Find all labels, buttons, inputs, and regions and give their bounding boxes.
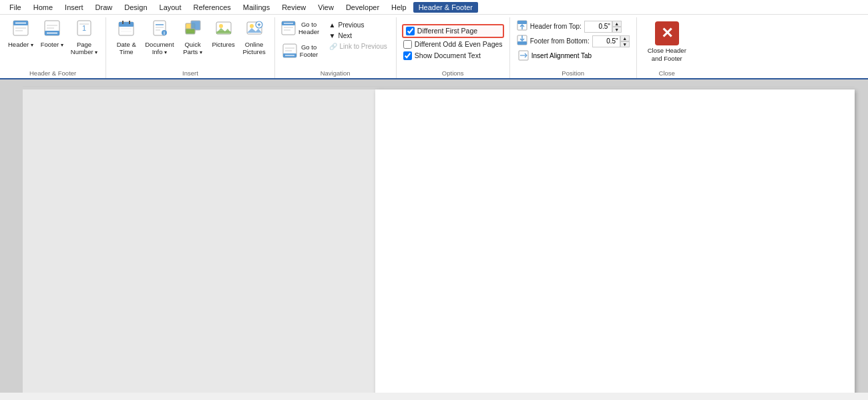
footer-from-bottom-row: Footer from Bottom: ▲ ▼ [517, 35, 630, 47]
header-footer-buttons: Header ▾ Footer ▾ 1 PageNumber ▾ [5, 17, 100, 67]
footer-icon [43, 19, 61, 39]
menu-design[interactable]: Design [119, 2, 152, 13]
menu-layout[interactable]: Layout [154, 2, 187, 13]
options-group-label: Options [402, 67, 504, 78]
svg-rect-30 [216, 31, 231, 34]
different-odd-even-checkbox[interactable] [403, 40, 412, 49]
document-scroll[interactable] [9, 79, 868, 393]
different-first-page-row[interactable]: Different First Page [402, 24, 504, 38]
header-from-top-label: Header from Top: [530, 23, 582, 30]
go-to-footer-icon [282, 43, 297, 58]
document-area [0, 79, 868, 393]
menu-home[interactable]: Home [28, 2, 58, 13]
header-from-top-input[interactable] [584, 21, 612, 33]
header-from-top-up[interactable]: ▲ [612, 21, 622, 27]
online-pictures-button[interactable]: OnlinePictures [240, 17, 269, 63]
group-close: ✕ Close Headerand Footer Close [637, 17, 697, 78]
close-group-label: Close [642, 67, 692, 78]
menu-references[interactable]: References [188, 2, 236, 13]
go-to-header-button[interactable]: Go toHeader [280, 17, 320, 39]
group-header-footer: Header ▾ Footer ▾ 1 PageNumber ▾ Header … [0, 17, 106, 78]
menu-mailings[interactable]: Mailings [238, 2, 275, 13]
footer-button[interactable]: Footer ▾ [37, 17, 67, 63]
previous-icon: ▲ [329, 21, 336, 29]
page-number-label: PageNumber ▾ [71, 41, 97, 56]
group-insert: Date &Time i DocumentInfo ▾ QuickParts ▾ [106, 17, 274, 78]
go-to-footer-button[interactable]: Go toFooter [280, 40, 320, 61]
show-doc-text-row[interactable]: Show Document Text [402, 51, 504, 61]
nav-prev-next: ▲ Previous ▼ Next 🔗 Link to Previous [326, 17, 391, 51]
page-shadow [23, 89, 855, 393]
insert-alignment-tab-icon [518, 50, 529, 61]
pictures-button[interactable]: Pictures [209, 17, 238, 63]
navigation-group-label: Navigation [280, 67, 391, 78]
position-group-label: Position [515, 67, 631, 78]
go-to-header-label: Go toHeader [298, 21, 319, 36]
quick-parts-button[interactable]: QuickParts ▾ [178, 17, 208, 63]
link-icon: 🔗 [329, 43, 337, 50]
online-pictures-icon [246, 19, 263, 39]
close-header-footer-button[interactable]: ✕ Close Headerand Footer [642, 17, 692, 67]
link-to-previous-label: Link to Previous [340, 43, 387, 50]
document-info-icon: i [151, 19, 168, 39]
date-time-button[interactable]: Date &Time [112, 17, 141, 63]
svg-point-32 [250, 24, 254, 28]
svg-rect-27 [186, 29, 195, 34]
position-inner: Header from Top: ▲ ▼ Footer from Bottom: [517, 17, 630, 67]
link-to-previous-button[interactable]: 🔗 Link to Previous [326, 41, 391, 51]
menu-insert[interactable]: Insert [59, 2, 89, 13]
document-info-button[interactable]: i DocumentInfo ▾ [142, 17, 176, 63]
menu-developer[interactable]: Developer [341, 2, 385, 13]
svg-text:1: 1 [82, 24, 86, 32]
footer-from-bottom-spin: ▲ ▼ [620, 35, 630, 47]
menu-header-footer[interactable]: Header & Footer [413, 2, 478, 13]
insert-alignment-tab-row[interactable]: Insert Alignment Tab [517, 49, 630, 61]
go-to-footer-label: Go toFooter [300, 43, 318, 59]
page-number-icon: 1 [75, 19, 93, 39]
menu-review[interactable]: Review [276, 2, 311, 13]
menu-draw[interactable]: Draw [90, 2, 118, 13]
document-info-label: DocumentInfo ▾ [145, 41, 174, 56]
menu-file[interactable]: File [4, 2, 27, 13]
close-inner: ✕ Close Headerand Footer [642, 17, 692, 67]
navigation-buttons: Go toHeader Go toFooter ▲ Previous [280, 17, 391, 67]
footer-from-bottom-up[interactable]: ▲ [620, 35, 630, 41]
ruler-top [23, 86, 855, 87]
show-doc-text-checkbox[interactable] [403, 51, 412, 60]
previous-button[interactable]: ▲ Previous [326, 20, 391, 30]
header-from-top-row: Header from Top: ▲ ▼ [517, 20, 630, 33]
close-header-footer-icon: ✕ [655, 21, 679, 45]
group-options: Different First Page Different Odd & Eve… [397, 17, 510, 78]
different-odd-even-row[interactable]: Different Odd & Even Pages [402, 39, 504, 49]
header-footer-group-label: Header & Footer [5, 67, 100, 78]
svg-point-29 [219, 24, 223, 28]
page-number-button[interactable]: 1 PageNumber ▾ [68, 17, 100, 63]
svg-rect-14 [119, 22, 134, 27]
go-to-header-icon [281, 21, 296, 35]
date-time-icon [118, 19, 135, 39]
header-from-top-spin: ▲ ▼ [612, 21, 622, 33]
quick-parts-label: QuickParts ▾ [183, 41, 202, 56]
footer-from-bottom-input[interactable] [592, 35, 620, 47]
page-left-margin [23, 89, 375, 393]
svg-rect-45 [517, 21, 527, 24]
footer-from-bottom-down[interactable]: ▼ [620, 41, 630, 47]
different-first-page-checkbox[interactable] [406, 27, 415, 35]
header-label: Header ▾ [8, 41, 33, 48]
menubar: File Home Insert Draw Design Layout Refe… [0, 0, 868, 15]
group-navigation: Go toHeader Go toFooter ▲ Previous [275, 17, 397, 78]
online-pictures-label: OnlinePictures [242, 41, 265, 56]
next-label: Next [338, 32, 352, 39]
header-from-top-down[interactable]: ▼ [612, 27, 622, 33]
group-position: Header from Top: ▲ ▼ Footer from Bottom: [510, 17, 637, 78]
ribbon-content: Header ▾ Footer ▾ 1 PageNumber ▾ Header … [0, 15, 868, 78]
next-icon: ▼ [329, 32, 336, 39]
svg-text:i: i [164, 31, 165, 35]
page-content[interactable] [375, 89, 855, 393]
next-button[interactable]: ▼ Next [326, 31, 391, 41]
header-button[interactable]: Header ▾ [5, 17, 36, 63]
menu-view[interactable]: View [312, 2, 339, 13]
header-icon [12, 19, 29, 39]
menu-help[interactable]: Help [386, 2, 412, 13]
insert-group-label: Insert [112, 67, 268, 78]
